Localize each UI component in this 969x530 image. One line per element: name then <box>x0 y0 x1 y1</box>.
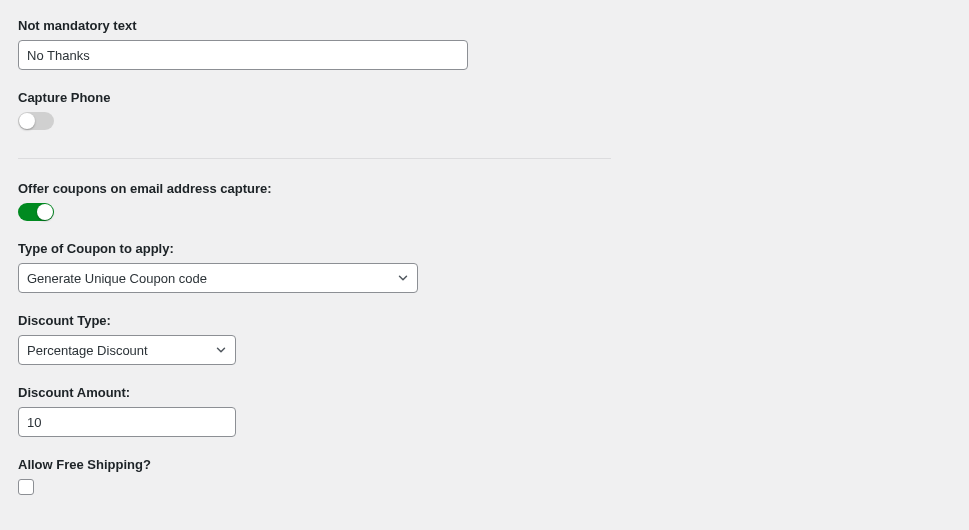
discount-amount-label: Discount Amount: <box>18 385 611 400</box>
offer-coupons-toggle[interactable] <box>18 203 54 221</box>
not-mandatory-text-label: Not mandatory text <box>18 18 611 33</box>
discount-type-group: Discount Type: Percentage Discount <box>18 313 611 365</box>
offer-coupons-group: Offer coupons on email address capture: <box>18 181 611 221</box>
capture-phone-group: Capture Phone <box>18 90 611 130</box>
discount-amount-input[interactable] <box>18 407 236 437</box>
section-divider <box>18 158 611 159</box>
capture-phone-toggle[interactable] <box>18 112 54 130</box>
offer-coupons-label: Offer coupons on email address capture: <box>18 181 611 196</box>
capture-phone-label: Capture Phone <box>18 90 611 105</box>
discount-type-label: Discount Type: <box>18 313 611 328</box>
discount-type-select[interactable]: Percentage Discount <box>18 335 236 365</box>
not-mandatory-text-group: Not mandatory text <box>18 18 611 70</box>
coupon-type-select[interactable]: Generate Unique Coupon code <box>18 263 418 293</box>
discount-amount-group: Discount Amount: <box>18 385 611 437</box>
coupon-type-label: Type of Coupon to apply: <box>18 241 611 256</box>
allow-free-shipping-group: Allow Free Shipping? <box>18 457 611 498</box>
allow-free-shipping-checkbox[interactable] <box>18 479 34 495</box>
not-mandatory-text-input[interactable] <box>18 40 468 70</box>
coupon-type-group: Type of Coupon to apply: Generate Unique… <box>18 241 611 293</box>
allow-free-shipping-label: Allow Free Shipping? <box>18 457 611 472</box>
